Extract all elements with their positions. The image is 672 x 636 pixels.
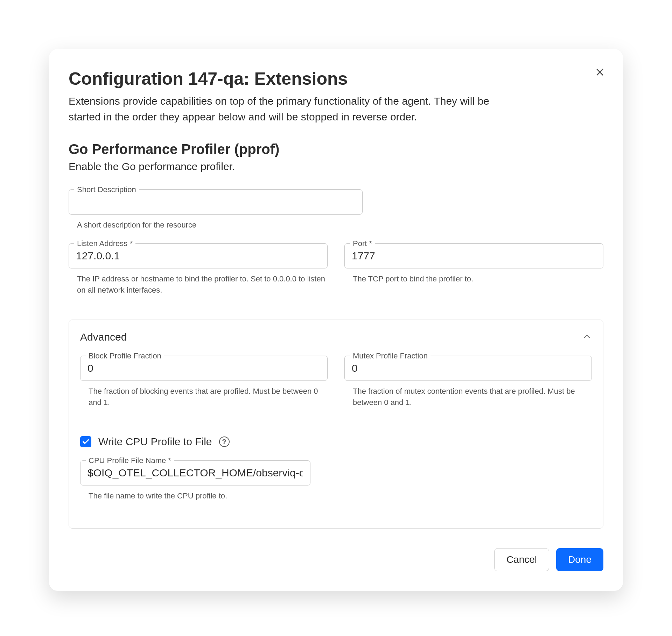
advanced-panel: Advanced Block Profile Fraction The frac… [69,320,603,529]
write-cpu-checkbox[interactable] [80,436,91,447]
chevron-up-icon [582,331,592,343]
short-description-field: Short Description A short description fo… [69,189,363,231]
port-label: Port * [350,239,375,248]
write-cpu-checkbox-label: Write CPU Profile to File [98,436,212,448]
check-icon [82,438,90,446]
close-button[interactable] [594,66,606,78]
help-icon[interactable]: ? [219,436,230,447]
mutex-profile-label: Mutex Profile Fraction [350,351,430,361]
block-profile-field: Block Profile Fraction The fraction of b… [80,356,328,408]
dialog: Configuration 147-qa: Extensions Extensi… [49,49,623,591]
listen-address-helper: The IP address or hostname to bind the p… [69,273,328,296]
port-input[interactable] [344,243,603,268]
write-cpu-checkbox-row: Write CPU Profile to File ? [80,436,592,448]
advanced-title: Advanced [80,331,127,343]
port-helper: The TCP port to bind the profiler to. [344,273,603,285]
dialog-actions: Cancel Done [69,548,603,571]
mutex-profile-helper: The fraction of mutex contention events … [344,386,592,408]
cpu-file-label: CPU Profile File Name * [86,456,174,465]
block-profile-helper: The fraction of blocking events that are… [80,386,328,408]
section-desc: Enable the Go performance profiler. [69,161,603,173]
close-icon [595,67,605,77]
port-field: Port * The TCP port to bind the profiler… [344,243,603,296]
done-button[interactable]: Done [556,548,603,571]
block-profile-label: Block Profile Fraction [86,351,164,361]
dialog-subtitle: Extensions provide capabilities on top o… [69,93,524,125]
section-title: Go Performance Profiler (pprof) [69,141,603,157]
cancel-button[interactable]: Cancel [494,548,549,571]
short-description-label: Short Description [74,185,139,194]
cpu-file-field: CPU Profile File Name * The file name to… [80,460,310,502]
mutex-profile-field: Mutex Profile Fraction The fraction of m… [344,356,592,408]
cpu-file-helper: The file name to write the CPU profile t… [80,490,310,502]
advanced-toggle[interactable]: Advanced [80,331,592,343]
dialog-title: Configuration 147-qa: Extensions [69,69,603,89]
listen-address-field: Listen Address * The IP address or hostn… [69,243,328,296]
listen-address-label: Listen Address * [74,239,135,248]
short-description-helper: A short description for the resource [69,219,363,231]
